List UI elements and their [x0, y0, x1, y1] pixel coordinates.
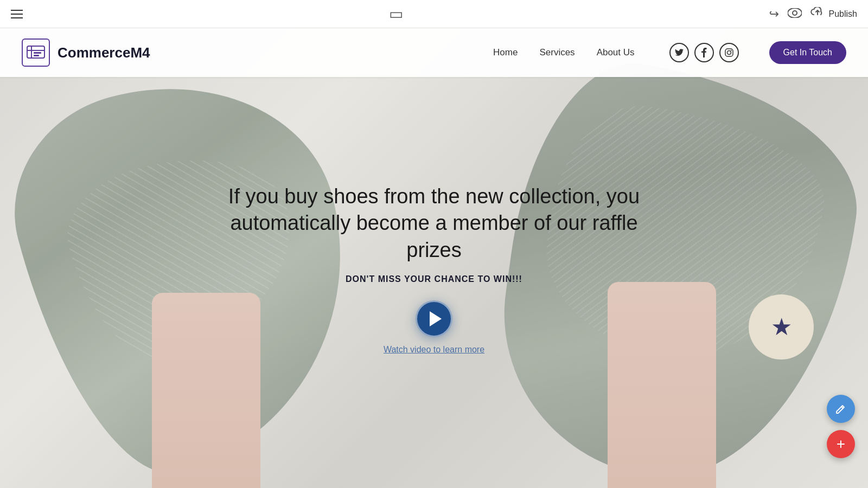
play-button[interactable]: [416, 300, 452, 337]
nav-services[interactable]: Services: [539, 47, 575, 58]
hero-section: ★ CommerceM4 Home Services: [0, 28, 868, 488]
plus-icon: +: [837, 435, 845, 453]
edit-fab-button[interactable]: [827, 395, 855, 423]
svg-point-0: [788, 8, 802, 18]
facebook-icon[interactable]: [694, 43, 714, 62]
get-in-touch-button[interactable]: Get In Touch: [769, 41, 846, 64]
site-logo-text: CommerceM4: [58, 44, 150, 61]
phone-preview-icon[interactable]: ▭: [389, 5, 403, 23]
publish-button[interactable]: Publish: [810, 7, 857, 21]
site-nav: Home Services About Us: [493, 41, 846, 64]
add-fab-button[interactable]: +: [827, 430, 855, 458]
svg-rect-7: [725, 49, 733, 56]
svg-point-1: [793, 11, 797, 15]
site-header: CommerceM4 Home Services About Us: [0, 28, 868, 77]
toolbar: ▭ ↩ Publish: [0, 0, 868, 28]
nav-home[interactable]: Home: [493, 47, 518, 58]
twitter-icon[interactable]: [669, 43, 689, 62]
svg-rect-6: [34, 55, 39, 56]
website-area: ★ CommerceM4 Home Services: [0, 28, 868, 488]
undo-icon[interactable]: ↩: [769, 7, 779, 21]
logo-icon: [22, 38, 50, 67]
star-patch: ★: [749, 294, 814, 359]
svg-point-9: [731, 50, 732, 51]
toolbar-right: ↩ Publish: [769, 7, 857, 21]
hamburger-menu-icon[interactable]: [11, 10, 23, 18]
social-icons-group: [669, 43, 739, 62]
hero-headline: If you buy shoes from the new collection…: [217, 183, 651, 264]
hero-content: If you buy shoes from the new collection…: [217, 183, 651, 355]
svg-point-8: [727, 51, 731, 55]
toolbar-center: ▭: [389, 5, 403, 23]
hero-cta-text: DON'T MISS YOUR CHANCE TO WIN!!!: [217, 274, 651, 284]
cloud-upload-icon: [810, 7, 825, 21]
toolbar-left: [11, 10, 23, 18]
instagram-icon[interactable]: [719, 43, 739, 62]
preview-eye-icon[interactable]: [788, 7, 802, 21]
publish-label: Publish: [829, 9, 857, 19]
site-logo: CommerceM4: [22, 38, 150, 67]
nav-about-us[interactable]: About Us: [597, 47, 635, 58]
svg-rect-5: [34, 52, 41, 54]
watch-video-link[interactable]: Watch video to learn more: [384, 345, 484, 355]
play-button-group: Watch video to learn more: [217, 300, 651, 355]
